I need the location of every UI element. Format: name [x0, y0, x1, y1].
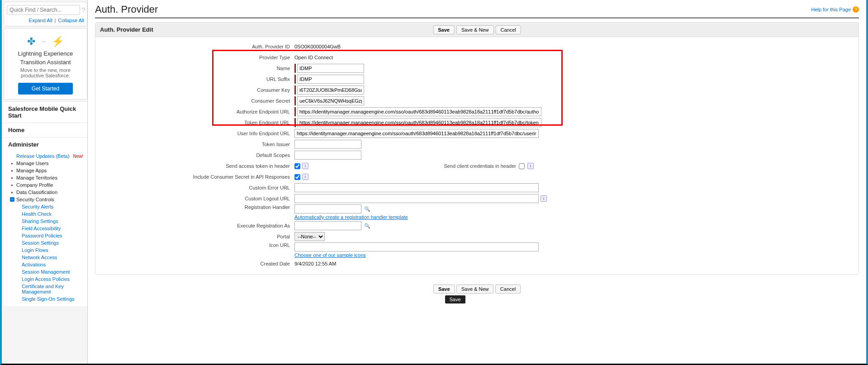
- info-icon[interactable]: i: [302, 163, 308, 169]
- label-provider-id: Auth. Provider ID: [95, 44, 294, 49]
- sidebar: ? 🔍 Expand All | Collapse All ✤ → ⚡ Ligh…: [2, 0, 88, 364]
- info-icon[interactable]: i: [527, 163, 534, 169]
- cancel-button-footer[interactable]: Cancel: [495, 284, 521, 294]
- lightning-title-1: Lightning Experience: [9, 50, 82, 57]
- save-new-button[interactable]: Save & New: [456, 25, 494, 34]
- registration-handler-input[interactable]: [294, 204, 361, 213]
- collapse-all-link[interactable]: Collapse All: [58, 18, 84, 23]
- consumer-secret-input[interactable]: [297, 96, 364, 105]
- required-indicator: [294, 118, 296, 127]
- save-new-button-footer[interactable]: Save & New: [456, 284, 494, 294]
- label-authorize-url: Authorize Endpoint URL: [95, 109, 294, 114]
- label-consumer-secret: Consumer Secret: [95, 98, 294, 104]
- info-icon[interactable]: i: [302, 174, 308, 180]
- name-input[interactable]: [297, 64, 364, 73]
- authorize-url-input[interactable]: [297, 107, 541, 116]
- label-include-secret: Include Consumer Secret in API Responses: [95, 174, 294, 180]
- tree-manage-apps[interactable]: ▸Manage Apps: [8, 167, 87, 174]
- label-default-scopes: Default Scopes: [95, 152, 294, 158]
- tree-session-settings[interactable]: Session Settings: [8, 239, 87, 246]
- consumer-key-input[interactable]: [297, 85, 364, 95]
- include-secret-checkbox[interactable]: [294, 174, 300, 180]
- send-client-creds-checkbox[interactable]: [519, 163, 525, 169]
- tree-company-profile[interactable]: ▸Company Profile: [8, 181, 87, 189]
- label-name: Name: [95, 66, 294, 71]
- tree-sharing-settings[interactable]: Sharing Settings: [8, 218, 87, 225]
- new-badge: New!: [73, 154, 83, 159]
- expand-icon[interactable]: ▸: [10, 161, 14, 166]
- get-started-button[interactable]: Get Started: [18, 83, 73, 95]
- required-indicator: [294, 107, 296, 116]
- userinfo-url-input[interactable]: [294, 129, 539, 138]
- sidebar-item-mobile-quickstart[interactable]: Salesforce Mobile Quick Start: [4, 101, 87, 123]
- panel-title: Auth. Provider Edit: [100, 26, 153, 33]
- lookup-icon[interactable]: 🔍: [363, 205, 371, 213]
- page-title: Auth. Provider: [95, 4, 158, 15]
- expand-icon[interactable]: ▸: [10, 175, 14, 180]
- choose-sample-icon-link[interactable]: Choose one of our sample icons: [294, 252, 366, 258]
- arrow-right-icon: →: [40, 38, 47, 46]
- tree-security-alerts[interactable]: Security Alerts: [8, 203, 87, 210]
- sidebar-item-home[interactable]: Home: [4, 123, 87, 137]
- token-url-input[interactable]: [297, 118, 541, 127]
- tree-sso[interactable]: Single Sign-On Settings: [8, 295, 87, 303]
- info-icon[interactable]: i: [541, 195, 547, 202]
- label-send-client-creds: Send client credentials in header: [328, 163, 516, 169]
- cancel-button[interactable]: Cancel: [495, 25, 521, 34]
- url-suffix-input[interactable]: [297, 75, 364, 84]
- search-input[interactable]: [7, 5, 80, 15]
- tree-login-access-policies[interactable]: Login Access Policies: [8, 275, 87, 283]
- portal-select[interactable]: --None--: [294, 232, 325, 241]
- tree-health-check[interactable]: Health Check: [8, 210, 87, 218]
- tree-field-accessibility[interactable]: Field Accessibility: [8, 225, 87, 232]
- help-icon[interactable]: ?: [82, 6, 85, 14]
- lookup-icon[interactable]: 🔍: [363, 222, 371, 230]
- label-userinfo-url: User Info Endpoint URL: [95, 131, 294, 136]
- required-indicator: [294, 75, 296, 84]
- label-consumer-key: Consumer Key: [95, 87, 294, 93]
- label-registration-handler: Registration Handler: [95, 204, 294, 210]
- tree-activations[interactable]: Activations: [8, 261, 87, 268]
- expand-all-link[interactable]: Expand All: [29, 18, 52, 23]
- label-url-suffix: URL Suffix: [95, 76, 294, 82]
- tree-data-classification[interactable]: ▸Data Classification: [8, 189, 87, 196]
- tree-release-updates[interactable]: Release Updates (Beta)New!: [8, 152, 87, 160]
- label-custom-logout-url: Custom Logout URL: [95, 196, 294, 201]
- expand-icon[interactable]: ▸: [10, 190, 14, 194]
- custom-logout-url-input[interactable]: [294, 194, 539, 203]
- token-issuer-input[interactable]: [294, 140, 361, 149]
- send-access-token-checkbox[interactable]: [294, 163, 300, 169]
- expand-icon[interactable]: ▸: [10, 168, 14, 173]
- label-send-access-token: Send access token in header: [95, 163, 294, 169]
- collapse-icon[interactable]: −: [10, 197, 14, 202]
- label-created-date: Created Date: [95, 261, 294, 266]
- auto-create-handler-link[interactable]: Automatically create a registration hand…: [294, 214, 408, 220]
- lightning-bolt-icon: ⚡: [52, 36, 64, 47]
- tree-login-flows[interactable]: Login Flows: [8, 246, 87, 254]
- default-scopes-input[interactable]: [294, 151, 361, 160]
- tree-network-access[interactable]: Network Access: [8, 254, 87, 261]
- label-execute-registration-as: Execute Registration As: [95, 223, 294, 228]
- tree-cert-key[interactable]: Certificate and Key Management: [8, 283, 87, 295]
- sidebar-section-administer: Administer: [4, 137, 87, 152]
- help-for-page-link[interactable]: Help for this Page?: [811, 6, 859, 13]
- tree-manage-users[interactable]: ▸Manage Users: [8, 160, 87, 167]
- label-icon-url: Icon URL: [95, 242, 294, 248]
- save-button-footer[interactable]: Save: [433, 284, 455, 294]
- custom-error-url-input[interactable]: [294, 183, 539, 192]
- icon-url-input[interactable]: [294, 242, 539, 251]
- label-portal: Portal: [95, 234, 294, 239]
- expand-icon[interactable]: ▸: [10, 183, 14, 187]
- lightning-card: ✤ → ⚡ Lightning Experience Transition As…: [4, 28, 87, 100]
- save-button[interactable]: Save: [433, 25, 455, 34]
- tree-manage-territories[interactable]: ▸Manage Territories: [8, 174, 87, 181]
- tree-session-management[interactable]: Session Management: [8, 268, 87, 275]
- auth-provider-panel: Auth. Provider Edit Save Save & New Canc…: [95, 22, 859, 275]
- tree-password-policies[interactable]: Password Policies: [8, 232, 87, 239]
- value-created-date: 9/4/2020 12:55 AM: [294, 261, 859, 266]
- execute-registration-as-input[interactable]: [294, 221, 361, 230]
- tree-security-controls[interactable]: −Security Controls: [8, 196, 87, 203]
- lightning-subtitle: Move to the new, more productive Salesfo…: [9, 67, 82, 78]
- label-provider-type: Provider Type: [95, 55, 294, 60]
- required-indicator: [294, 85, 296, 95]
